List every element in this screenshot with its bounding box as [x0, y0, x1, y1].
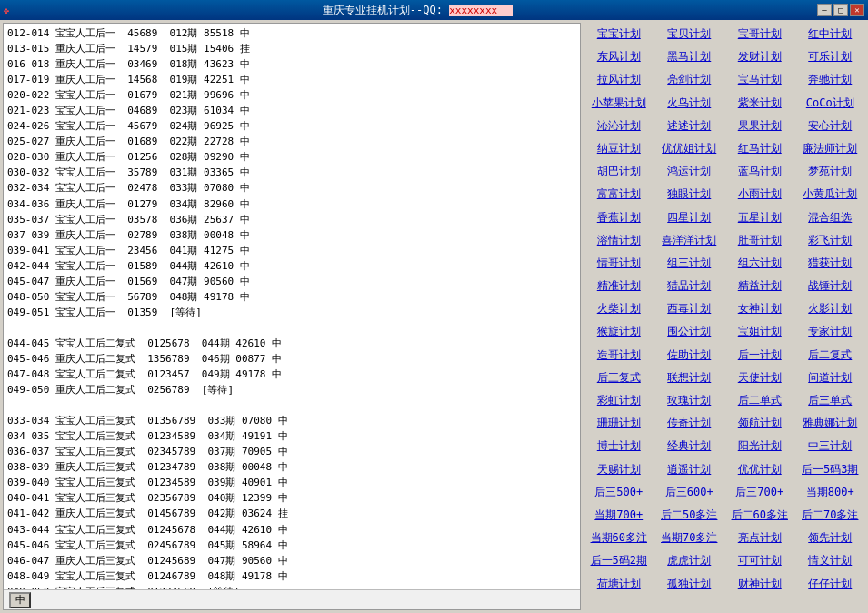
- grid-item[interactable]: 述述计划: [654, 115, 725, 137]
- grid-item[interactable]: 珊珊计划: [584, 412, 654, 435]
- grid-item[interactable]: 亮点计划: [724, 527, 795, 549]
- grid-item[interactable]: 东风计划: [584, 45, 654, 68]
- grid-item[interactable]: 组六计划: [724, 252, 795, 275]
- grid-item[interactable]: 黑马计划: [654, 45, 725, 68]
- grid-item[interactable]: 后三复式: [584, 367, 654, 389]
- grid-item[interactable]: 后一5码2期: [584, 549, 654, 572]
- minimize-button[interactable]: —: [817, 4, 832, 16]
- bottom-button[interactable]: 中: [9, 592, 31, 608]
- grid-item[interactable]: 精益计划: [724, 275, 795, 297]
- grid-item[interactable]: 可可计划: [724, 549, 795, 572]
- grid-item[interactable]: 梦苑计划: [795, 160, 866, 183]
- grid-item[interactable]: 紫米计划: [724, 92, 795, 115]
- grid-item[interactable]: 情哥计划: [584, 252, 654, 275]
- left-scroll-area[interactable]: 012-014 宝宝人工后一 45689 012期 85518 中 013-01…: [4, 24, 580, 589]
- grid-item[interactable]: 领航计划: [724, 412, 795, 435]
- grid-item[interactable]: 宝宝计划: [584, 23, 654, 45]
- close-button[interactable]: ✕: [850, 4, 864, 16]
- grid-item[interactable]: 鸿运计划: [654, 160, 725, 183]
- grid-item[interactable]: 荷塘计划: [584, 573, 654, 596]
- grid-item[interactable]: 玫瑰计划: [654, 389, 725, 412]
- grid-item[interactable]: 四星计划: [654, 206, 725, 229]
- grid-item[interactable]: 后三700+: [724, 481, 795, 504]
- grid-item[interactable]: 问道计划: [795, 367, 866, 389]
- grid-item[interactable]: 独眼计划: [654, 183, 725, 206]
- grid-item[interactable]: 红中计划: [795, 23, 866, 45]
- grid-item[interactable]: 女神计划: [724, 297, 795, 320]
- grid-item[interactable]: 发财计划: [724, 45, 795, 68]
- grid-item[interactable]: 精准计划: [584, 275, 654, 297]
- qq-input[interactable]: [449, 5, 513, 16]
- grid-item[interactable]: 肚哥计划: [724, 229, 795, 252]
- grid-item[interactable]: 彩飞计划: [795, 229, 866, 252]
- grid-item[interactable]: 火柴计划: [584, 297, 654, 320]
- maximize-button[interactable]: □: [833, 4, 848, 16]
- grid-item[interactable]: 当期70多注: [654, 527, 725, 549]
- grid-item[interactable]: 后三单式: [795, 389, 866, 412]
- grid-item[interactable]: 可乐计划: [795, 45, 866, 68]
- grid-item[interactable]: CoCo计划: [795, 92, 866, 115]
- grid-item[interactable]: 猎获计划: [795, 252, 866, 275]
- grid-item[interactable]: 富富计划: [584, 183, 654, 206]
- grid-item[interactable]: 逍遥计划: [654, 458, 725, 481]
- grid-item[interactable]: 当期60多注: [584, 527, 654, 549]
- grid-item[interactable]: 围公计划: [654, 320, 725, 343]
- grid-item[interactable]: 火影计划: [795, 297, 866, 320]
- grid-item[interactable]: 虎虎计划: [654, 549, 725, 572]
- grid-item[interactable]: 后二复式: [795, 344, 866, 367]
- grid-item[interactable]: 专家计划: [795, 320, 866, 343]
- grid-item[interactable]: 财神计划: [724, 573, 795, 596]
- grid-item[interactable]: 喜洋洋计划: [654, 229, 725, 252]
- grid-item[interactable]: 后二60多注: [724, 504, 795, 527]
- grid-item[interactable]: 彩虹计划: [584, 389, 654, 412]
- grid-item[interactable]: 佐助计划: [654, 344, 725, 367]
- grid-item[interactable]: 宝贝计划: [654, 23, 725, 45]
- grid-item[interactable]: 雅典娜计划: [795, 412, 866, 435]
- grid-item[interactable]: 当期800+: [795, 481, 866, 504]
- grid-item[interactable]: 混合组选: [795, 206, 866, 229]
- grid-item[interactable]: 小苹果计划: [584, 92, 654, 115]
- grid-item[interactable]: 情义计划: [795, 549, 866, 572]
- grid-item[interactable]: 优优计划: [724, 458, 795, 481]
- grid-item[interactable]: 阳光计划: [724, 435, 795, 457]
- grid-item[interactable]: 造哥计划: [584, 344, 654, 367]
- grid-item[interactable]: 联想计划: [654, 367, 725, 389]
- grid-item[interactable]: 拉风计划: [584, 68, 654, 91]
- grid-item[interactable]: 宝姐计划: [724, 320, 795, 343]
- grid-item[interactable]: 宝哥计划: [724, 23, 795, 45]
- grid-item[interactable]: 优优姐计划: [654, 137, 725, 160]
- grid-item[interactable]: 沁沁计划: [584, 115, 654, 137]
- grid-item[interactable]: 小黄瓜计划: [795, 183, 866, 206]
- grid-item[interactable]: 红马计划: [724, 137, 795, 160]
- grid-item[interactable]: 廉法师计划: [795, 137, 866, 160]
- grid-item[interactable]: 五星计划: [724, 206, 795, 229]
- grid-item[interactable]: 后二50多注: [654, 504, 725, 527]
- grid-item[interactable]: 宝马计划: [724, 68, 795, 91]
- grid-item[interactable]: 后三600+: [654, 481, 725, 504]
- grid-item[interactable]: 香蕉计划: [584, 206, 654, 229]
- grid-item[interactable]: 组三计划: [654, 252, 725, 275]
- grid-item[interactable]: 后二单式: [724, 389, 795, 412]
- grid-item[interactable]: 仔仔计划: [795, 573, 866, 596]
- grid-item[interactable]: 后二70多注: [795, 504, 866, 527]
- grid-item[interactable]: 西毒计划: [654, 297, 725, 320]
- grid-item[interactable]: 后一计划: [724, 344, 795, 367]
- grid-item[interactable]: 中三计划: [795, 435, 866, 457]
- grid-item[interactable]: 传奇计划: [654, 412, 725, 435]
- grid-item[interactable]: 后一5码3期: [795, 458, 866, 481]
- grid-item[interactable]: 小雨计划: [724, 183, 795, 206]
- grid-item[interactable]: 安心计划: [795, 115, 866, 137]
- grid-item[interactable]: 猎品计划: [654, 275, 725, 297]
- grid-item[interactable]: 天使计划: [724, 367, 795, 389]
- grid-item[interactable]: 经典计划: [654, 435, 725, 457]
- grid-item[interactable]: 火鸟计划: [654, 92, 725, 115]
- grid-item[interactable]: 天赐计划: [584, 458, 654, 481]
- grid-item[interactable]: 蓝鸟计划: [724, 160, 795, 183]
- grid-item[interactable]: 当期700+: [584, 504, 654, 527]
- grid-item[interactable]: 后三500+: [584, 481, 654, 504]
- grid-item[interactable]: 奔驰计划: [795, 68, 866, 91]
- grid-item[interactable]: 亮剑计划: [654, 68, 725, 91]
- grid-item[interactable]: 战锤计划: [795, 275, 866, 297]
- grid-item[interactable]: 猴旋计划: [584, 320, 654, 343]
- grid-item[interactable]: 溶情计划: [584, 229, 654, 252]
